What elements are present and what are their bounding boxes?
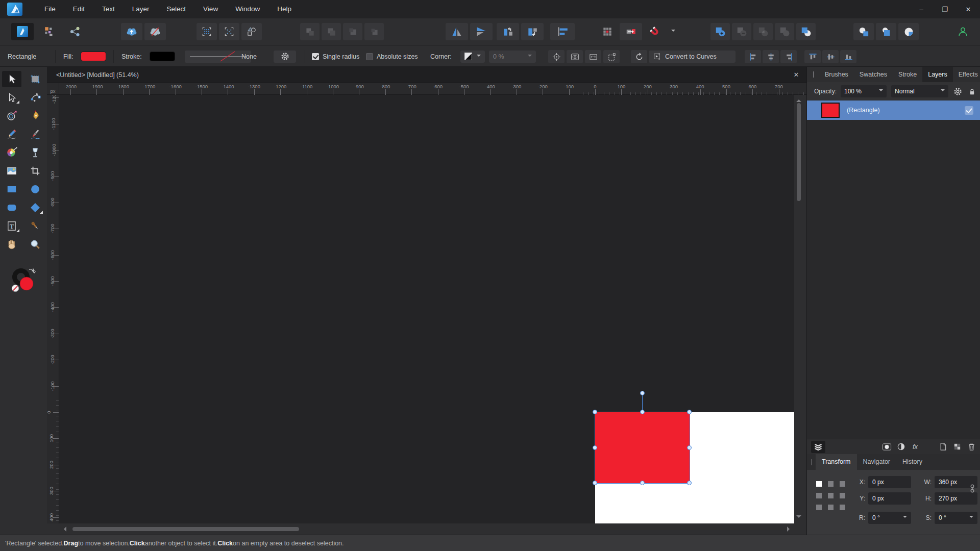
shear-dropdown[interactable]: 0 ° xyxy=(935,512,977,524)
tab-transform[interactable]: Transform xyxy=(816,454,857,470)
node-tool[interactable] xyxy=(26,89,45,106)
select-shape-button[interactable] xyxy=(241,23,262,40)
scroll-down-arrow[interactable] xyxy=(796,515,801,520)
boolean-subtract-button[interactable] xyxy=(732,23,751,40)
new-pattern-layer-icon[interactable] xyxy=(950,441,964,453)
menu-view[interactable]: View xyxy=(194,0,227,18)
scroll-right-arrow[interactable] xyxy=(787,527,792,532)
menu-layer[interactable]: Layer xyxy=(124,0,158,18)
horizontal-scrollbar[interactable] xyxy=(59,523,794,535)
color-picker-tool[interactable] xyxy=(26,218,45,234)
tab-effects[interactable]: Effects xyxy=(953,67,980,82)
transparency-tool[interactable] xyxy=(26,144,45,161)
scroll-left-arrow[interactable] xyxy=(61,527,66,532)
blend-mode-dropdown[interactable]: Normal xyxy=(891,85,948,97)
layers-stack-icon[interactable] xyxy=(811,441,825,453)
point-transform-tool[interactable] xyxy=(2,108,21,124)
rotation-dropdown[interactable]: 0 ° xyxy=(868,512,911,524)
layer-effects-icon[interactable]: fx xyxy=(908,441,922,453)
menu-window[interactable]: Window xyxy=(227,0,268,18)
grid-options-button[interactable] xyxy=(597,23,618,40)
export-persona-button[interactable] xyxy=(64,23,86,40)
menu-select[interactable]: Select xyxy=(158,0,195,18)
fill-gradient-tool[interactable] xyxy=(2,144,21,161)
horizontal-scroll-thumb[interactable] xyxy=(72,527,299,531)
boolean-add-button[interactable] xyxy=(710,23,730,40)
pixel-persona-button[interactable] xyxy=(39,23,60,40)
my-account-button[interactable] xyxy=(952,23,973,40)
close-button[interactable]: ✕ xyxy=(957,0,980,18)
menu-help[interactable]: Help xyxy=(268,0,300,18)
single-radius-checkbox[interactable]: Single radius xyxy=(312,46,359,67)
arrange-middle-button[interactable] xyxy=(876,23,896,40)
blend-options-gear-icon[interactable] xyxy=(953,87,963,96)
transform-objects-toggle[interactable] xyxy=(585,50,601,63)
tab-layers[interactable]: Layers xyxy=(922,67,953,82)
horizontal-ruler[interactable]: px -2000-1900-1800-1700-1600-1500-1400-1… xyxy=(47,83,806,95)
zoom-tool[interactable] xyxy=(26,236,45,253)
anchor-point-selector[interactable] xyxy=(816,481,846,511)
document-tab[interactable]: <Untitled> [Modified] (51.4%) xyxy=(56,71,139,79)
lock-icon[interactable] xyxy=(968,88,976,95)
mask-layer-icon[interactable] xyxy=(879,441,894,453)
link-dimensions-chain-icon[interactable] xyxy=(969,483,975,494)
insert-target-button[interactable] xyxy=(620,23,642,40)
cycle-selection-box-button[interactable] xyxy=(631,50,647,63)
move-tool[interactable] xyxy=(2,71,21,87)
opacity-dropdown[interactable]: 100 % xyxy=(841,85,887,97)
flip-vertical-button[interactable] xyxy=(470,23,493,40)
boolean-divide-button[interactable] xyxy=(796,23,816,40)
corner-type-dropdown[interactable] xyxy=(460,51,485,63)
resize-handle-ne[interactable] xyxy=(687,410,692,414)
align-left-button[interactable] xyxy=(745,50,761,63)
menu-edit[interactable]: Edit xyxy=(64,0,93,18)
snapping-dropdown-caret[interactable] xyxy=(671,30,675,34)
transform-bounds-toggle[interactable] xyxy=(603,50,620,63)
vertical-ruler[interactable]: -1200-1100-1000-900-800-700-600-500-400-… xyxy=(47,95,59,523)
resize-handle-nw[interactable] xyxy=(593,410,597,414)
single-radius-check-icon[interactable] xyxy=(312,53,319,60)
flip-horizontal-button[interactable] xyxy=(446,23,468,40)
rotation-handle[interactable] xyxy=(640,391,645,395)
scroll-up-arrow[interactable] xyxy=(796,97,801,102)
resize-handle-sw[interactable] xyxy=(593,481,597,485)
layer-thumbnail[interactable] xyxy=(821,103,840,118)
pen-tool[interactable] xyxy=(26,108,45,124)
resize-handle-se[interactable] xyxy=(687,481,692,485)
show-handles-toggle[interactable] xyxy=(567,50,583,63)
move-to-back-button[interactable] xyxy=(364,23,384,40)
view-pan-tool[interactable] xyxy=(2,236,21,253)
tab-stroke[interactable]: Stroke xyxy=(893,67,922,82)
select-box-dense-button[interactable] xyxy=(197,23,217,40)
rectangle-tool[interactable] xyxy=(2,181,21,197)
new-layer-icon[interactable] xyxy=(936,441,950,453)
align-right-button[interactable] xyxy=(780,50,797,63)
convert-to-curves-button[interactable]: Convert to Curves xyxy=(649,51,736,63)
stroke-swatch[interactable] xyxy=(150,52,175,61)
arrange-front-button[interactable] xyxy=(898,23,919,40)
absolute-sizes-checkbox[interactable]: Absolute sizes xyxy=(366,46,418,67)
boolean-intersect-button[interactable] xyxy=(753,23,773,40)
maximize-button[interactable]: ❐ xyxy=(933,0,957,18)
adjustment-layer-icon[interactable] xyxy=(894,441,908,453)
resize-handle-n[interactable] xyxy=(640,410,645,414)
delete-layer-trash-icon[interactable] xyxy=(964,441,978,453)
boolean-xor-button[interactable] xyxy=(775,23,794,40)
shape-tool[interactable] xyxy=(26,199,45,216)
arrange-back-button[interactable] xyxy=(853,23,874,40)
edit-all-layers-button[interactable] xyxy=(121,23,142,40)
vertical-scroll-thumb[interactable] xyxy=(797,103,801,201)
resize-handle-w[interactable] xyxy=(593,445,597,450)
layer-row[interactable]: (Rectangle) xyxy=(807,101,980,120)
tab-swatches[interactable]: Swatches xyxy=(854,67,893,82)
snap-to-grid-toggle[interactable] xyxy=(548,50,565,63)
place-image-tool[interactable] xyxy=(2,163,21,179)
resize-handle-e[interactable] xyxy=(687,445,692,450)
move-to-front-button[interactable] xyxy=(300,23,320,40)
vector-crop-tool[interactable] xyxy=(26,163,45,179)
align-middle-button[interactable] xyxy=(822,50,839,63)
menu-file[interactable]: File xyxy=(36,0,64,18)
menu-text[interactable]: Text xyxy=(93,0,124,18)
assistant-button[interactable] xyxy=(144,23,166,40)
absolute-sizes-check-icon[interactable] xyxy=(366,53,373,60)
